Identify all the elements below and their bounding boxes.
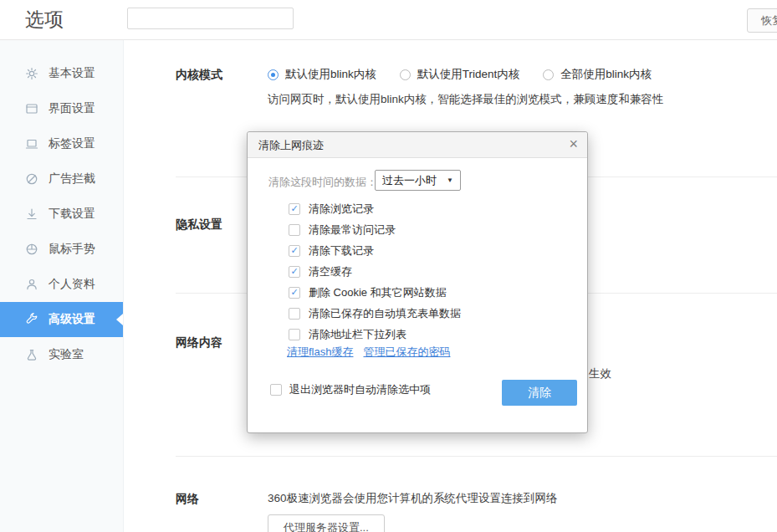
dialog-title: 清除上网痕迹 — [258, 132, 324, 158]
clear-option-2[interactable]: ✓ 清除下载记录 — [289, 240, 461, 261]
divider — [176, 456, 777, 457]
kernel-description: 访问网页时，默认使用blink内核，智能选择最佳的浏览模式，兼顾速度和兼容性 — [268, 92, 663, 107]
close-icon[interactable]: × — [569, 132, 578, 156]
clear-history-dialog: 清除上网痕迹 × 清除这段时间的数据： 过去一小时 ▼ ✓ 清除浏览记录 清除最… — [247, 131, 588, 433]
browser-options-page: 选项 恢复 基本设置 界面设置 标签设置 广告拦截 下载设置 鼠标手势 个人资料… — [0, 0, 777, 532]
checkbox-icon — [289, 308, 300, 320]
kernel-radio-2[interactable]: 全部使用blink内核 — [543, 67, 652, 82]
exit-clear-option[interactable]: 退出浏览器时自动清除选中项 — [270, 382, 431, 397]
chevron-down-icon: ▼ — [447, 176, 453, 184]
clear-options-list: ✓ 清除浏览记录 清除最常访问记录 ✓ 清除下载记录 ✓ 清空缓存 ✓ 删除 C… — [289, 198, 461, 345]
manage-passwords-link[interactable]: 管理已保存的密码 — [363, 345, 450, 360]
person-icon — [25, 278, 38, 291]
checkbox-label: 清除下载记录 — [309, 243, 374, 258]
checkbox-icon: ✓ — [289, 245, 300, 257]
sidebar-item-adblock[interactable]: 广告拦截 — [0, 161, 123, 197]
checkbox-icon — [289, 329, 300, 340]
sidebar-item-label: 鼠标手势 — [49, 242, 95, 257]
time-range-label: 清除这段时间的数据： — [268, 175, 377, 190]
exit-clear-label: 退出浏览器时自动清除选中项 — [289, 382, 431, 397]
sidebar-item-mouse[interactable]: 鼠标手势 — [0, 232, 123, 267]
checkbox-icon — [289, 224, 300, 236]
mouse-icon — [25, 243, 38, 256]
partially-hidden-text: 生效 — [589, 366, 611, 381]
sidebar-item-label: 个人资料 — [49, 277, 95, 292]
checkbox-icon: ✓ — [289, 266, 300, 278]
sidebar-item-label: 高级设置 — [49, 312, 95, 327]
sidebar-item-tabs[interactable]: 标签设置 — [0, 126, 123, 161]
clear-option-5[interactable]: 清除已保存的自动填充表单数据 — [289, 303, 461, 324]
sidebar-item-label: 界面设置 — [49, 101, 95, 116]
checkbox-label: 清空缓存 — [309, 264, 352, 279]
sidebar-item-advanced[interactable]: 高级设置 — [0, 302, 123, 337]
kernel-radio-group: 默认使用blink内核 默认使用Trident内核 全部使用blink内核 — [268, 67, 652, 82]
clear-option-6[interactable]: 清除地址栏下拉列表 — [289, 324, 461, 345]
radio-label: 全部使用blink内核 — [560, 67, 652, 82]
sidebar-list: 基本设置 界面设置 标签设置 广告拦截 下载设置 鼠标手势 个人资料 高级设置 … — [0, 40, 123, 372]
checkbox-label: 清除已保存的自动填充表单数据 — [309, 306, 461, 321]
sidebar-item-label: 下载设置 — [49, 207, 95, 222]
sidebar-item-label: 标签设置 — [49, 136, 95, 151]
proxy-settings-button[interactable]: 代理服务器设置... — [268, 514, 385, 532]
clear-option-1[interactable]: 清除最常访问记录 — [289, 219, 461, 240]
time-range-select[interactable]: 过去一小时 ▼ — [375, 170, 461, 191]
section-label-webcontent: 网络内容 — [176, 335, 222, 350]
wrench-icon — [25, 313, 38, 326]
checkbox-label: 清除最常访问记录 — [309, 223, 396, 238]
window-icon — [25, 102, 38, 115]
sidebar-item-lab[interactable]: 实验室 — [0, 337, 123, 372]
sidebar-item-profile[interactable]: 个人资料 — [0, 267, 123, 302]
flask-icon — [25, 348, 38, 361]
dialog-titlebar: 清除上网痕迹 × — [248, 132, 587, 158]
checkbox-label: 清除浏览记录 — [309, 202, 374, 217]
checkbox-icon — [270, 384, 282, 396]
section-label-network: 网络 — [176, 492, 199, 507]
checkbox-label: 删除 Cookie 和其它网站数据 — [309, 285, 447, 300]
radio-label: 默认使用blink内核 — [285, 67, 376, 82]
sidebar-item-label: 基本设置 — [49, 66, 95, 81]
kernel-radio-1[interactable]: 默认使用Trident内核 — [400, 67, 520, 82]
radio-label: 默认使用Trident内核 — [417, 67, 520, 82]
page-header: 选项 恢复 — [0, 0, 777, 40]
search-input[interactable] — [127, 8, 294, 29]
checkbox-label: 清除地址栏下拉列表 — [309, 327, 406, 342]
checkbox-icon: ✓ — [289, 287, 300, 299]
network-description: 360极速浏览器会使用您计算机的系统代理设置连接到网络 — [268, 491, 558, 506]
checkbox-icon: ✓ — [289, 203, 300, 215]
radio-icon — [268, 69, 279, 80]
page-title: 选项 — [25, 7, 64, 33]
sidebar-item-label: 广告拦截 — [49, 171, 95, 187]
restore-defaults-button[interactable]: 恢复 — [747, 8, 777, 33]
tab-icon — [25, 137, 38, 151]
clear-option-3[interactable]: ✓ 清空缓存 — [289, 261, 461, 282]
dialog-links: 清理flash缓存管理已保存的密码 — [287, 345, 450, 360]
gear-icon — [25, 67, 38, 80]
block-icon — [25, 172, 38, 186]
section-label-privacy: 隐私设置 — [176, 217, 222, 233]
clear-flash-link[interactable]: 清理flash缓存 — [287, 345, 353, 360]
radio-icon — [400, 69, 411, 80]
clear-button[interactable]: 清除 — [502, 380, 577, 406]
radio-icon — [543, 69, 554, 80]
sidebar-item-download[interactable]: 下载设置 — [0, 197, 123, 232]
sidebar-item-basic[interactable]: 基本设置 — [0, 56, 123, 91]
clear-option-0[interactable]: ✓ 清除浏览记录 — [289, 198, 461, 219]
kernel-radio-0[interactable]: 默认使用blink内核 — [268, 67, 376, 82]
time-range-value: 过去一小时 — [382, 173, 437, 188]
download-icon — [25, 207, 38, 221]
sidebar-item-interface[interactable]: 界面设置 — [0, 91, 123, 126]
clear-option-4[interactable]: ✓ 删除 Cookie 和其它网站数据 — [289, 282, 461, 303]
sidebar: 基本设置 界面设置 标签设置 广告拦截 下载设置 鼠标手势 个人资料 高级设置 … — [0, 40, 124, 532]
section-label-kernel: 内核模式 — [176, 68, 222, 83]
sidebar-item-label: 实验室 — [49, 347, 84, 362]
